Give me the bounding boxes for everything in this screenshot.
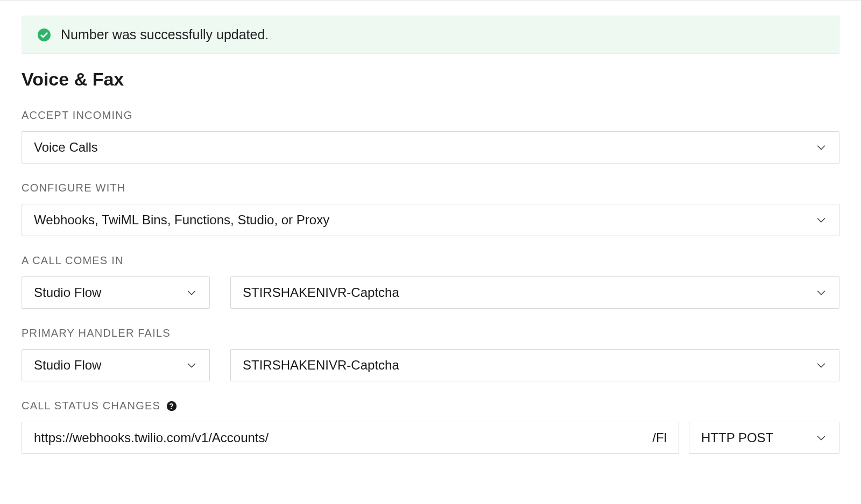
call-status-changes-label: CALL STATUS CHANGES [22,400,160,412]
chevron-down-icon [186,359,197,371]
primary-handler-fails-type-value: Studio Flow [34,358,101,373]
configure-with-value: Webhooks, TwiML Bins, Functions, Studio,… [34,212,329,228]
chevron-down-icon [815,287,827,299]
accept-incoming-label: ACCEPT INCOMING [22,109,839,122]
accept-incoming-value: Voice Calls [34,140,98,155]
call-comes-in-type-select[interactable]: Studio Flow [22,276,210,309]
primary-handler-fails-label: PRIMARY HANDLER FAILS [22,327,839,339]
call-comes-in-target-value: STIRSHAKENIVR-Captcha [243,285,399,300]
accept-incoming-select[interactable]: Voice Calls [22,131,839,164]
call-comes-in-target-select[interactable]: STIRSHAKENIVR-Captcha [230,276,839,309]
help-icon[interactable]: ? [166,400,178,412]
chevron-down-icon [815,214,827,226]
primary-handler-fails-type-select[interactable]: Studio Flow [22,349,210,381]
chevron-down-icon [815,359,827,371]
call-status-url-input[interactable]: https://webhooks.twilio.com/v1/Accounts/… [22,422,679,454]
svg-point-0 [38,29,51,41]
configure-with-label: CONFIGURE WITH [22,182,839,194]
alert-message: Number was successfully updated. [61,27,269,42]
call-status-url-prefix: https://webhooks.twilio.com/v1/Accounts/ [34,430,269,445]
section-title: Voice & Fax [22,69,839,90]
svg-text:?: ? [169,402,174,410]
primary-handler-fails-target-select[interactable]: STIRSHAKENIVR-Captcha [230,349,839,381]
call-status-method-value: HTTP POST [701,430,773,445]
chevron-down-icon [815,432,827,444]
call-status-url-suffix: /Fl [652,430,667,445]
call-comes-in-label: A CALL COMES IN [22,254,839,267]
call-status-method-select[interactable]: HTTP POST [689,422,839,454]
primary-handler-fails-target-value: STIRSHAKENIVR-Captcha [243,358,399,373]
success-alert: Number was successfully updated. [22,16,839,54]
chevron-down-icon [815,141,827,153]
configure-with-select[interactable]: Webhooks, TwiML Bins, Functions, Studio,… [22,204,839,236]
check-circle-icon [37,28,51,42]
chevron-down-icon [186,287,197,299]
call-comes-in-type-value: Studio Flow [34,285,101,300]
